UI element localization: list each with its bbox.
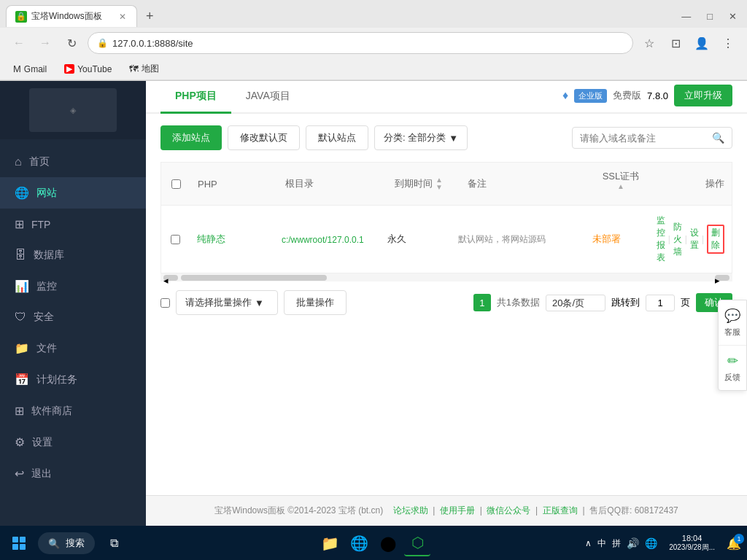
browser-tab-active[interactable]: 🔒 宝塔Windows面板 ✕ bbox=[6, 5, 137, 27]
bookmark-youtube[interactable]: ▶ YouTube bbox=[60, 63, 116, 76]
minimize-button[interactable]: — bbox=[677, 8, 695, 25]
table-row: 纯静态 c:/wwwroot/127.0.0.1 永久 默认网站，将网站源码 未… bbox=[160, 205, 732, 273]
per-page-wrapper: 20条/页 50条/页 100条/页 bbox=[546, 295, 605, 311]
forum-link[interactable]: 论坛求助 bbox=[393, 505, 428, 516]
system-tray: ∧ 中 拼 🔊 🌐 18:04 2023/9/28周... 🔔 1 bbox=[585, 534, 741, 553]
speaker-icon[interactable]: 🔊 bbox=[627, 537, 639, 549]
address-bar[interactable]: 🔒 127.0.0.1:8888/site bbox=[88, 32, 633, 54]
start-button[interactable] bbox=[6, 530, 32, 556]
sidebar-item-logout[interactable]: ↩ 退出 bbox=[0, 458, 146, 489]
sep3: | bbox=[699, 234, 707, 244]
database-icon: 🗄 bbox=[15, 249, 26, 262]
tray-up-arrow-icon[interactable]: ∧ bbox=[585, 538, 592, 548]
maximize-button[interactable]: □ bbox=[703, 8, 717, 25]
sidebar-item-settings[interactable]: ⚙ 设置 bbox=[0, 427, 146, 458]
refresh-button[interactable]: ↻ bbox=[61, 33, 82, 53]
header-action: 操作 bbox=[665, 177, 732, 190]
shop-icon: ⊞ bbox=[15, 404, 24, 418]
tab-php-project[interactable]: PHP项目 bbox=[160, 81, 231, 114]
total-records-label: 共1条数据 bbox=[497, 296, 540, 309]
row-checkbox[interactable] bbox=[171, 235, 180, 244]
scroll-right-arrow[interactable]: ▸ bbox=[715, 275, 729, 281]
taskbar-edge-button[interactable]: 🌐 bbox=[346, 530, 372, 556]
wechat-link[interactable]: 微信公众号 bbox=[487, 505, 530, 516]
scroll-left-arrow[interactable]: ◂ bbox=[163, 275, 178, 281]
menu-icon[interactable]: ⋮ bbox=[718, 33, 738, 53]
file-explorer-icon: 📁 bbox=[321, 534, 339, 552]
bookmark-gmail[interactable]: M Gmail bbox=[9, 62, 51, 76]
ime-pinyin-label[interactable]: 拼 bbox=[612, 537, 621, 550]
sidebar-item-files[interactable]: 📁 文件 bbox=[0, 332, 146, 364]
batch-checkbox[interactable] bbox=[160, 298, 170, 308]
close-button[interactable]: ✕ bbox=[724, 8, 741, 25]
diamond-icon: ♦ bbox=[562, 89, 568, 102]
feedback-button[interactable]: ✏ 反馈 bbox=[719, 346, 746, 390]
row-root: c:/wwwroot/127.0.0.1 bbox=[274, 234, 380, 245]
default-site-button[interactable]: 默认站点 bbox=[306, 125, 368, 150]
settings-link[interactable]: 设置 bbox=[690, 227, 699, 252]
sidebar-item-website[interactable]: 🌐 网站 bbox=[0, 177, 146, 209]
logo-image: ◈ bbox=[29, 88, 117, 132]
delete-link[interactable]: 删除 bbox=[707, 225, 724, 254]
modify-default-page-button[interactable]: 修改默认页 bbox=[228, 125, 300, 150]
sidebar-label-cron: 计划任务 bbox=[36, 373, 77, 386]
add-site-button[interactable]: 添加站点 bbox=[160, 125, 222, 150]
sidebar-label-logout: 退出 bbox=[31, 467, 52, 481]
lock-icon: 🔒 bbox=[97, 38, 108, 48]
forward-button[interactable]: → bbox=[35, 33, 55, 53]
new-tab-button[interactable]: + bbox=[140, 6, 160, 27]
firewall-link[interactable]: 防火墙 bbox=[673, 221, 682, 258]
top-left-actions: 添加站点 修改默认页 默认站点 分类: 全部分类 ▼ bbox=[160, 125, 468, 150]
row-php: 纯静态 bbox=[190, 233, 274, 246]
sidebar-item-security[interactable]: 🛡 安全 bbox=[0, 302, 146, 332]
browser-chrome: 🔒 宝塔Windows面板 ✕ + — □ ✕ ← → ↻ 🔒 127.0.0.… bbox=[0, 0, 747, 81]
taskbar-task-view-button[interactable]: ⧉ bbox=[101, 530, 127, 556]
batch-select-dropdown[interactable]: 请选择批量操作 ▼ bbox=[176, 290, 278, 315]
taskbar-bt-panel-button[interactable]: ⬡ bbox=[404, 530, 430, 556]
profile-icon[interactable]: 👤 bbox=[692, 33, 712, 53]
sidebar-label-ftp: FTP bbox=[31, 219, 50, 230]
search-input[interactable] bbox=[580, 133, 708, 144]
search-bar[interactable]: 🔍 bbox=[572, 127, 732, 149]
clock[interactable]: 18:04 2023/9/28周... bbox=[663, 534, 721, 553]
notification-area[interactable]: 🔔 1 bbox=[727, 537, 741, 551]
network-icon[interactable]: 🌐 bbox=[645, 537, 657, 549]
ime-chinese-label[interactable]: 中 bbox=[597, 537, 606, 550]
sidebar-item-home[interactable]: ⌂ 首页 bbox=[0, 147, 146, 177]
select-all-checkbox[interactable] bbox=[171, 179, 181, 189]
taskbar-search-icon: 🔍 bbox=[48, 538, 60, 549]
verify-link[interactable]: 正版查询 bbox=[543, 505, 578, 516]
batch-operations: 请选择批量操作 ▼ 批量操作 bbox=[160, 290, 347, 315]
tab-close-button[interactable]: ✕ bbox=[117, 12, 128, 22]
sidebar-item-monitor[interactable]: 📊 监控 bbox=[0, 271, 146, 302]
monitor-icon: 📊 bbox=[15, 279, 29, 293]
classify-dropdown[interactable]: 分类: 全部分类 ▼ bbox=[374, 125, 468, 150]
sidebar-item-database[interactable]: 🗄 数据库 bbox=[0, 240, 146, 271]
taskbar-file-explorer-button[interactable]: 📁 bbox=[317, 530, 343, 556]
taskbar-chrome-button[interactable]: ⬤ bbox=[375, 530, 401, 556]
row-check bbox=[161, 235, 190, 244]
bookmark-star-icon[interactable]: ☆ bbox=[639, 33, 659, 53]
per-page-select[interactable]: 20条/页 50条/页 100条/页 bbox=[546, 295, 605, 311]
back-button[interactable]: ← bbox=[9, 33, 29, 53]
batch-operation-button[interactable]: 批量操作 bbox=[284, 290, 347, 315]
scroll-thumb[interactable] bbox=[181, 275, 327, 281]
tab-java-project[interactable]: JAVA项目 bbox=[231, 81, 305, 114]
sidebar-item-shop[interactable]: ⊞ 软件商店 bbox=[0, 395, 146, 427]
monitor-report-link[interactable]: 监控报表 bbox=[657, 214, 665, 264]
task-view-icon: ⧉ bbox=[110, 537, 118, 550]
sidebar-item-ftp[interactable]: ⊞ FTP bbox=[0, 209, 146, 240]
manual-link[interactable]: 使用手册 bbox=[440, 505, 475, 516]
version-number: 7.8.0 bbox=[647, 90, 668, 101]
extensions-icon[interactable]: ⊡ bbox=[665, 33, 686, 53]
customer-service-button[interactable]: 💬 客服 bbox=[719, 300, 746, 346]
sidebar-item-cron[interactable]: 📅 计划任务 bbox=[0, 364, 146, 395]
page-unit-label: 页 bbox=[681, 296, 690, 309]
horizontal-scrollbar[interactable]: ◂ ▸ bbox=[160, 273, 732, 281]
page-jump-input[interactable] bbox=[646, 295, 675, 311]
header-php: PHP bbox=[190, 179, 278, 190]
taskbar-search-bar[interactable]: 🔍 搜索 bbox=[38, 532, 95, 554]
upgrade-button[interactable]: 立即升级 bbox=[674, 85, 732, 106]
bookmark-maps[interactable]: 🗺 地图 bbox=[125, 61, 163, 77]
current-page-badge[interactable]: 1 bbox=[473, 294, 491, 311]
